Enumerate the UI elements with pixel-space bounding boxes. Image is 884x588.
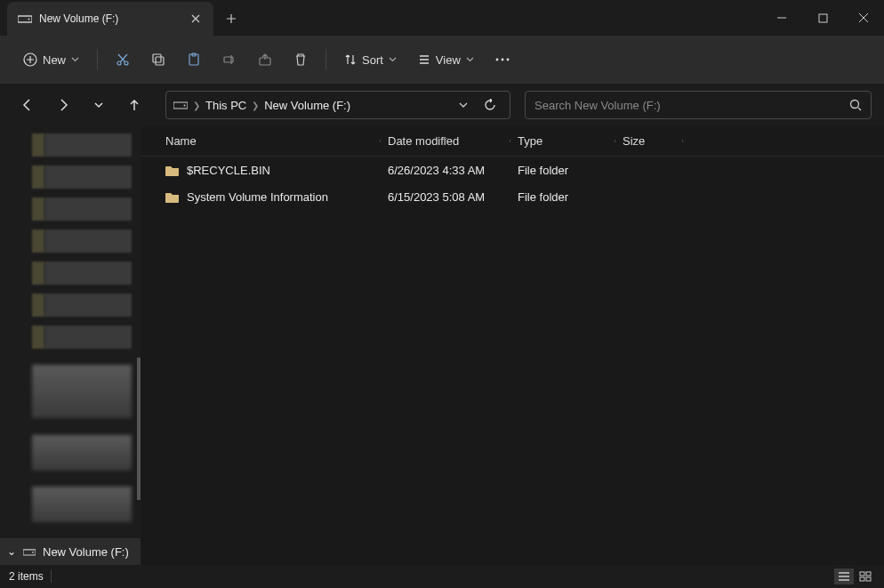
svg-point-4 (117, 61, 121, 65)
tab[interactable]: New Volume (F:) (7, 2, 213, 36)
copy-icon (151, 52, 165, 67)
chevron-right-icon: ❯ (193, 101, 200, 110)
address-row: ❯ This PC ❯ New Volume (F:) (0, 84, 884, 126)
paste-button[interactable] (178, 44, 210, 76)
nav-tree-blurred (0, 126, 141, 538)
thumbnails-view-button[interactable] (856, 568, 875, 584)
drive-icon (23, 547, 36, 557)
cut-button[interactable] (107, 44, 139, 76)
copy-button[interactable] (142, 44, 174, 76)
view-icon (418, 53, 430, 66)
chevron-down-icon (466, 57, 474, 62)
search-input[interactable] (534, 99, 849, 112)
svg-point-13 (501, 59, 503, 61)
search-box[interactable] (525, 91, 872, 119)
more-icon (495, 58, 510, 61)
details-view-button[interactable] (834, 568, 854, 584)
grid-view-icon (859, 571, 872, 582)
chevron-down-icon (93, 101, 104, 109)
content-body: ⌄ New Volume (F:) Name ⌄Date modified Ty… (0, 126, 884, 565)
details-view-icon (838, 571, 850, 582)
close-tab-button[interactable] (189, 12, 203, 26)
arrow-up-icon (127, 98, 141, 112)
breadcrumb[interactable]: This PC (205, 99, 246, 112)
svg-point-17 (851, 101, 859, 109)
column-header-type[interactable]: Type (510, 134, 615, 148)
svg-rect-22 (860, 577, 864, 581)
table-row[interactable]: System Volume Information6/15/2023 5:08 … (141, 183, 884, 210)
sort-label: Sort (362, 53, 383, 67)
sort-indicator-icon: ⌄ (442, 133, 449, 141)
svg-rect-23 (866, 577, 871, 581)
plus-circle-icon (23, 52, 37, 67)
chevron-down-icon: ⌄ (7, 545, 16, 558)
column-headers: Name ⌄Date modified Type Size (141, 126, 884, 157)
cell-date: 6/26/2023 4:33 AM (381, 164, 510, 177)
paste-icon (187, 52, 201, 67)
rename-icon (222, 52, 237, 67)
column-header-name[interactable]: Name (158, 134, 381, 148)
sort-button[interactable]: Sort (335, 44, 406, 76)
svg-rect-15 (173, 102, 188, 109)
refresh-icon (484, 99, 496, 111)
svg-point-12 (495, 59, 498, 61)
breadcrumb[interactable]: New Volume (F:) (264, 99, 350, 112)
address-bar[interactable]: ❯ This PC ❯ New Volume (F:) (165, 91, 510, 119)
svg-point-14 (506, 59, 509, 61)
forward-button[interactable] (48, 90, 78, 120)
chevron-down-icon (389, 57, 397, 62)
recent-button[interactable] (84, 90, 114, 120)
toolbar: New Sort View (0, 36, 884, 84)
table-row[interactable]: $RECYCLE.BIN6/26/2023 4:33 AMFile folder (141, 157, 884, 183)
history-dropdown-button[interactable] (451, 93, 476, 117)
sort-icon (344, 53, 357, 66)
drive-icon (173, 100, 188, 110)
scrollbar[interactable] (137, 358, 141, 500)
file-rows: $RECYCLE.BIN6/26/2023 4:33 AMFile folder… (141, 157, 884, 210)
window-controls (761, 0, 884, 36)
new-tab-button[interactable] (213, 2, 249, 36)
svg-rect-6 (153, 54, 161, 62)
maximize-button[interactable] (802, 0, 843, 36)
chevron-down-icon (71, 57, 79, 62)
cut-icon (116, 52, 130, 67)
title-bar: New Volume (F:) (0, 0, 884, 36)
folder-icon (165, 165, 180, 176)
status-bar: 2 items (0, 565, 884, 588)
svg-rect-18 (23, 549, 36, 554)
tab-title: New Volume (F:) (39, 12, 189, 25)
item-count: 2 items (9, 570, 44, 583)
share-button[interactable] (249, 44, 281, 76)
more-button[interactable] (486, 44, 518, 76)
svg-rect-20 (860, 572, 864, 576)
svg-point-19 (32, 552, 34, 553)
drive-icon (18, 13, 32, 24)
new-button[interactable]: New (14, 44, 88, 76)
view-button[interactable]: View (409, 44, 483, 76)
nav-current-label: New Volume (F:) (43, 545, 129, 559)
refresh-button[interactable] (478, 93, 502, 117)
trash-icon (293, 52, 308, 67)
folder-icon (165, 191, 180, 203)
svg-rect-7 (156, 57, 164, 65)
nav-current-item[interactable]: ⌄ New Volume (F:) (0, 538, 141, 565)
view-toggles (834, 568, 875, 584)
cell-type: File folder (510, 164, 615, 177)
column-header-date[interactable]: ⌄Date modified (381, 134, 510, 148)
back-button[interactable] (12, 90, 43, 120)
svg-rect-21 (866, 572, 871, 576)
minimize-button[interactable] (761, 0, 802, 36)
column-header-size[interactable]: Size (615, 134, 683, 148)
file-list-pane: Name ⌄Date modified Type Size $RECYCLE.B… (141, 126, 884, 565)
close-button[interactable] (843, 0, 884, 36)
arrow-left-icon (20, 98, 35, 112)
svg-point-5 (125, 61, 128, 65)
cell-type: File folder (510, 190, 615, 204)
cell-name: $RECYCLE.BIN (158, 164, 381, 177)
svg-point-16 (184, 105, 186, 107)
search-icon (849, 99, 862, 111)
delete-button[interactable] (285, 44, 317, 76)
svg-rect-2 (819, 14, 827, 22)
up-button[interactable] (119, 90, 149, 120)
rename-button[interactable] (213, 44, 245, 76)
